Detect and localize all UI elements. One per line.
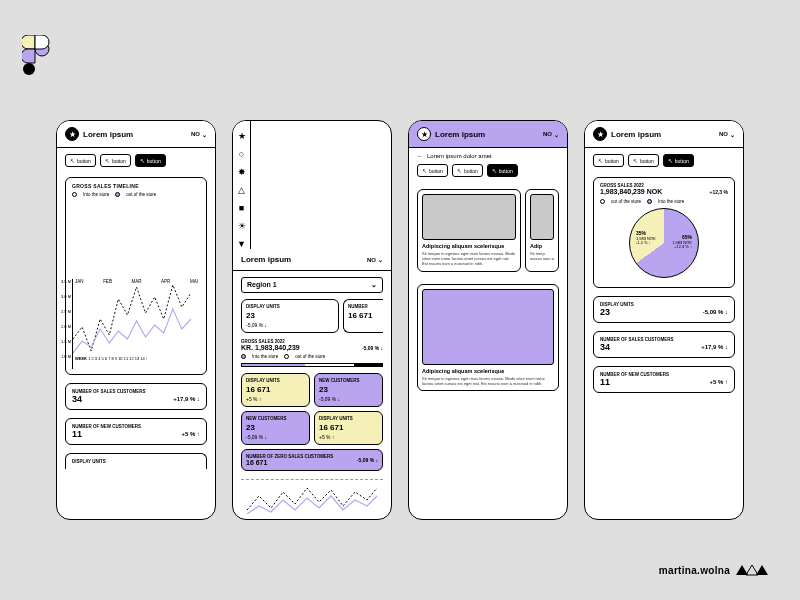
tile-d[interactable]: DISPLAY UNITS16 671+5 % ↑: [314, 411, 383, 445]
gear-icon[interactable]: ✸: [238, 167, 246, 177]
metric-new-customers[interactable]: NUMBER OF NEW CUSTOMERS 11+5 % ↑: [65, 418, 207, 445]
chevron-down-icon: ⌄: [730, 131, 735, 138]
author-mark-icon: [736, 564, 770, 576]
header: ★ Lorem ipsum NO⌄: [585, 121, 743, 148]
triangle-down-icon[interactable]: ▼: [237, 239, 246, 249]
legend-dot-icon: [241, 354, 246, 359]
thumbnail: [422, 194, 516, 240]
tile-b[interactable]: NEW CUSTOMERS23-5,09 % ↓: [314, 373, 383, 407]
language-picker[interactable]: NO⌄: [367, 256, 383, 263]
timeline-card: GROSS SALES TIMELINE Into the store out …: [65, 177, 207, 375]
chevron-down-icon: ⌄: [371, 281, 377, 289]
filter-button-3[interactable]: ↖button: [487, 164, 518, 177]
screen-timeline: ★ Lorem ipsum NO ⌄ ↖button ↖button ↖butt…: [56, 120, 216, 520]
line-chart: 3.5 M 3.0 M 2.5 M 2.0 M 1.5 M 1.0 M WEEK…: [72, 279, 200, 369]
screen-detail: ★ Lorem ipsum NO⌄ ←Lorem ipsum dolor ame…: [408, 120, 568, 520]
chevron-down-icon: ⌄: [554, 131, 559, 138]
star-badge-icon: ★: [65, 127, 79, 141]
thumbnail: [422, 289, 554, 365]
square-icon[interactable]: ■: [239, 203, 244, 213]
header: ★ Lorem ipsum NO ⌄: [57, 121, 215, 148]
svg-marker-4: [756, 565, 768, 575]
legend-dot-icon: [600, 199, 605, 204]
legend-dot-icon: [647, 199, 652, 204]
content-card-peek[interactable]: Adip Sit temp massa nam a: [525, 189, 559, 272]
metric-sales-customers[interactable]: NUMBER OF SALES CUSTOMERS 34+17,9 % ↓: [593, 331, 735, 358]
sun-icon[interactable]: ☀: [238, 221, 246, 231]
metric-display-units[interactable]: DISPLAY UNITS: [65, 453, 207, 469]
filter-button-2[interactable]: ↖button: [452, 164, 483, 177]
circle-icon[interactable]: ○: [239, 149, 244, 159]
app-title: Lorem ipsum: [83, 130, 133, 139]
tile-display-units[interactable]: DISPLAY UNITS 23 -5,09 % ↓: [241, 299, 339, 333]
svg-marker-3: [746, 565, 758, 575]
arrow-left-icon: ←: [417, 153, 423, 159]
content-card-1[interactable]: Adipiscing aliquam scelerisque Sit tempo…: [417, 189, 521, 272]
legend-dot-icon: [72, 192, 77, 197]
filter-button-3[interactable]: ↖button: [135, 154, 166, 167]
language-picker[interactable]: NO ⌄: [191, 131, 207, 138]
filter-button-2[interactable]: ↖button: [628, 154, 659, 167]
chevron-down-icon: ⌄: [202, 131, 207, 138]
back-link[interactable]: ←Lorem ipsum dolor amet: [409, 148, 567, 164]
filter-button-1[interactable]: ↖button: [65, 154, 96, 167]
gross-sales-block: GROSS SALES 2022 KR. 1,983,840,239-5,09 …: [241, 339, 383, 367]
metric-display-units[interactable]: DISPLAY UNITS 23-5,09 % ↓: [593, 296, 735, 323]
star-badge-icon: ★: [593, 127, 607, 141]
arrow-icon: ↖: [70, 157, 75, 164]
pie-chart: 35% 1,983 NOK -1,5 % ↓ 65% 1,983 NOK +12…: [629, 208, 699, 278]
tile-a[interactable]: DISPLAY UNITS16 671+5 % ↑: [241, 373, 310, 407]
language-picker[interactable]: NO⌄: [543, 131, 559, 138]
legend-dot-icon: [284, 354, 289, 359]
metric-sales-customers[interactable]: NUMBER OF SALES CUSTOMERS 34+17,9 % ↓: [65, 383, 207, 410]
star-badge-icon: ★: [417, 127, 431, 141]
tile-zero-sales[interactable]: NUMBER OF ZERO SALES CUSTOMERS16 671 -5,…: [241, 449, 383, 471]
filter-button-3[interactable]: ↖button: [663, 154, 694, 167]
triangle-icon[interactable]: △: [238, 185, 245, 195]
figma-logo-icon: [22, 35, 50, 75]
screen-pie: ★ Lorem ipsum NO⌄ ↖button ↖button ↖butto…: [584, 120, 744, 520]
region-selector[interactable]: Region 1 ⌄: [241, 277, 383, 293]
arrow-icon: ↖: [140, 157, 145, 164]
thumbnail: [530, 194, 554, 240]
svg-point-1: [23, 63, 35, 75]
filter-button-1[interactable]: ↖button: [417, 164, 448, 177]
tile-number[interactable]: NUMBER 16 671: [343, 299, 383, 333]
filter-button-2[interactable]: ↖button: [100, 154, 131, 167]
screen-region: ★ ○ ✸ △ ■ ☀ ▼ Lorem ipsum NO⌄ Region 1 ⌄…: [232, 120, 392, 520]
chevron-right-icon[interactable]: ›: [146, 356, 147, 361]
filter-button-1[interactable]: ↖button: [593, 154, 624, 167]
sparkline: [241, 479, 383, 519]
icon-sidebar: ★ ○ ✸ △ ■ ☀ ▼: [233, 121, 251, 249]
app-title: Lorem ipsum: [241, 255, 291, 264]
progress-bar: [241, 363, 383, 367]
tile-c[interactable]: NEW CUSTOMERS23-5,09 % ↓: [241, 411, 310, 445]
star-icon[interactable]: ★: [238, 131, 246, 141]
language-picker[interactable]: NO⌄: [719, 131, 735, 138]
svg-marker-2: [736, 565, 748, 575]
author-credit: martina.wolna: [659, 564, 770, 576]
metric-new-customers[interactable]: NUMBER OF NEW CUSTOMERS 11+5 % ↑: [593, 366, 735, 393]
chevron-down-icon: ⌄: [378, 256, 383, 263]
arrow-icon: ↖: [105, 157, 110, 164]
content-card-2[interactable]: Adipiscing aliquam scelerisque Sit tempo…: [417, 284, 559, 391]
header: ★ Lorem ipsum NO⌄: [409, 121, 567, 148]
legend-dot-icon: [115, 192, 120, 197]
pie-card: GROSS SALES 2022 1,983,840,239 NOK+12,3 …: [593, 177, 735, 288]
